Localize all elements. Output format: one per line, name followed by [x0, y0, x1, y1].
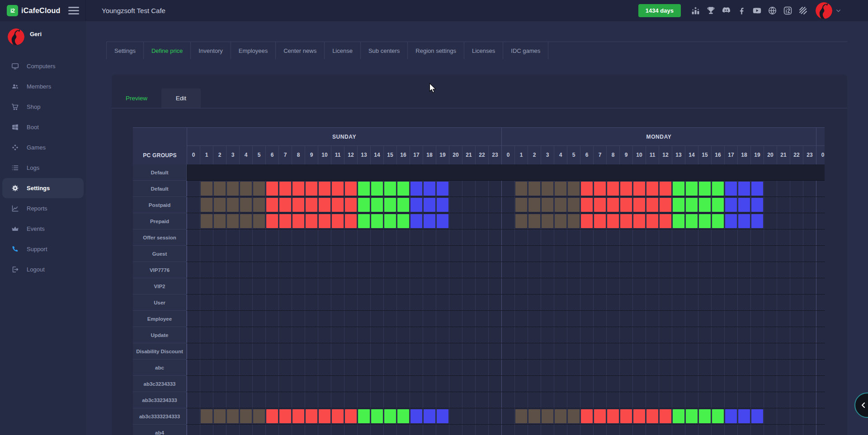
hour-cell	[462, 392, 475, 408]
hour-cell	[187, 213, 200, 229]
hour-cell	[737, 408, 750, 424]
sidebar-item-computers[interactable]: Computers	[0, 56, 86, 76]
hour-cell	[213, 246, 226, 262]
avatar[interactable]	[816, 2, 832, 19]
hour-cell	[790, 246, 803, 262]
tab-idc-games[interactable]: IDC games	[503, 42, 548, 59]
hour-cell	[750, 327, 764, 343]
hour-cell	[685, 327, 698, 343]
hour-cell	[528, 392, 541, 408]
pc-group-label: ab4	[133, 425, 187, 435]
tab-licenses[interactable]: Licenses	[464, 42, 503, 59]
tab-define-price[interactable]: Define price	[143, 42, 190, 59]
sidebar-item-games[interactable]: Games	[0, 137, 86, 158]
tab-employees[interactable]: Employees	[231, 42, 275, 59]
price-block	[279, 182, 291, 196]
sidebar-item-members[interactable]: Members	[0, 76, 86, 97]
hour-cell	[514, 343, 528, 359]
sidebar-item-reports[interactable]: Reports	[0, 198, 86, 219]
subtab-edit[interactable]: Edit	[161, 89, 201, 108]
tab-settings[interactable]: Settings	[106, 42, 143, 59]
hour-cell	[462, 376, 475, 392]
collapse-panel-button[interactable]	[854, 393, 868, 418]
price-block	[240, 198, 252, 212]
hour-cell	[292, 311, 305, 327]
hour-cell	[777, 295, 790, 310]
price-block	[686, 409, 698, 423]
price-block	[253, 214, 265, 228]
user-avatar[interactable]	[8, 28, 24, 45]
trophy-icon[interactable]	[706, 6, 716, 15]
hour-cell	[449, 213, 462, 229]
hour-cell	[462, 360, 475, 375]
hour-cell	[619, 311, 632, 327]
youtube-icon[interactable]	[752, 6, 762, 15]
tab-sub-centers[interactable]: Sub centers	[360, 42, 407, 59]
hour-cell	[750, 343, 764, 359]
sidebar-item-shop[interactable]: Shop	[0, 97, 86, 117]
icafecloud-mark-icon[interactable]	[783, 6, 793, 15]
sidebar-item-events[interactable]: Events	[0, 219, 86, 239]
hour-header-cell: 22	[475, 146, 488, 164]
price-block	[345, 198, 357, 212]
price-row-cells	[187, 408, 825, 425]
hour-cell	[777, 392, 790, 408]
price-block	[594, 182, 606, 196]
tab-center-news[interactable]: Center news	[275, 42, 324, 59]
hour-cell	[200, 425, 213, 435]
menu-toggle-icon[interactable]	[68, 7, 79, 14]
globe-icon[interactable]	[768, 6, 777, 15]
facebook-icon[interactable]	[737, 6, 746, 15]
hour-cell	[685, 408, 698, 424]
sidebar-item-label: Reports	[27, 205, 47, 212]
sidebar-item-logout[interactable]: Logout	[0, 259, 86, 280]
hour-header-cell: 12	[659, 146, 672, 164]
sidebar-item-settings[interactable]: Settings	[2, 178, 84, 198]
hour-cell	[528, 213, 541, 229]
hour-cell	[790, 392, 803, 408]
hour-cell	[528, 360, 541, 375]
hour-cell	[436, 278, 449, 294]
price-row-cells	[187, 213, 825, 229]
tab-license[interactable]: License	[324, 42, 360, 59]
price-row-cells	[187, 246, 825, 262]
hour-cell	[724, 295, 737, 310]
hour-cell	[737, 246, 750, 262]
hour-cell	[449, 262, 462, 278]
price-row-cells	[187, 181, 825, 197]
hour-cell	[436, 408, 449, 424]
hour-cell	[370, 278, 383, 294]
chevron-down-icon[interactable]	[835, 7, 842, 14]
hour-cell	[724, 262, 737, 278]
hour-cell	[396, 278, 410, 294]
layers-icon[interactable]	[798, 6, 808, 15]
hour-cell	[737, 229, 750, 245]
ranking-icon[interactable]	[691, 6, 700, 15]
tab-region-settings[interactable]: Region settings	[407, 42, 464, 59]
subtab-preview[interactable]: Preview	[112, 89, 161, 108]
price-block	[253, 182, 265, 196]
hour-cell	[567, 343, 580, 359]
price-row-vip7776: VIP7776	[133, 262, 825, 278]
price-block	[397, 214, 409, 228]
hour-cell	[528, 343, 541, 359]
hour-cell	[200, 278, 213, 294]
sidebar-item-support[interactable]: Support	[0, 239, 86, 259]
hour-cell	[816, 408, 825, 424]
sidebar-item-boot[interactable]: Boot	[0, 117, 86, 137]
tab-inventory[interactable]: Inventory	[190, 42, 230, 59]
price-block	[306, 182, 317, 196]
hour-header-cell: 16	[396, 146, 410, 164]
sidebar-item-logs[interactable]: Logs	[0, 158, 86, 178]
price-block	[528, 214, 540, 228]
license-days-badge[interactable]: 1434 days	[638, 4, 681, 17]
hour-header-cell: 6	[265, 146, 278, 164]
discord-icon[interactable]	[722, 6, 731, 15]
hour-cell	[632, 327, 646, 343]
hour-cell	[488, 278, 501, 294]
hour-cell	[554, 343, 567, 359]
hour-cell	[632, 181, 646, 196]
hour-cell	[239, 360, 252, 375]
price-block	[620, 409, 632, 423]
hour-cell	[449, 229, 462, 245]
